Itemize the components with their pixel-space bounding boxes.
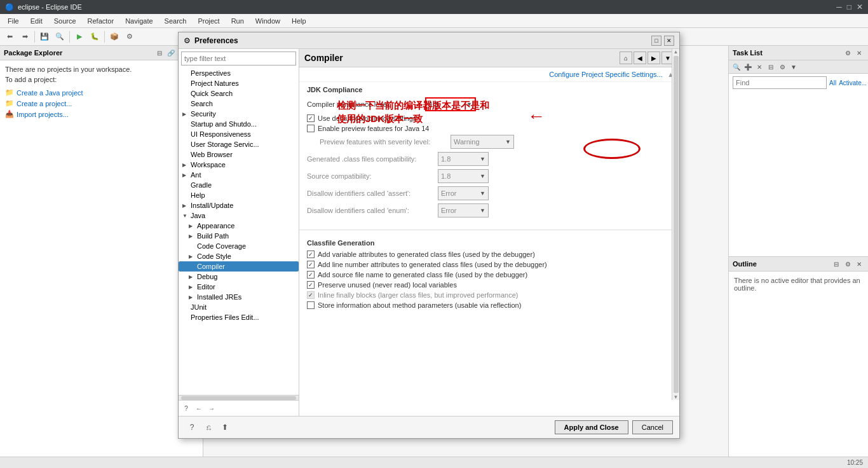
link-with-editor-icon[interactable]: 🔗	[166, 48, 176, 58]
tree-item-startup[interactable]: Startup and Shutdo...	[179, 119, 299, 129]
preview-severity-select[interactable]: Warning ▼	[451, 135, 514, 149]
import-projects-link[interactable]: 📥 Import projects...	[5, 110, 198, 118]
task-activate-btn[interactable]: Activate...	[839, 79, 867, 86]
task-list-close-icon[interactable]: ✕	[854, 48, 864, 58]
tree-filter-input[interactable]	[181, 52, 296, 65]
create-project-link[interactable]: 📁 Create a project...	[5, 99, 198, 107]
tree-scroll-area[interactable]	[179, 395, 299, 400]
task-find-input[interactable]	[733, 76, 827, 89]
maximize-btn[interactable]: □	[847, 3, 851, 11]
tree-scrollbar[interactable]	[181, 396, 296, 400]
tree-item-compiler[interactable]: Compiler	[179, 261, 299, 272]
task-delete-icon[interactable]: ✕	[754, 62, 764, 72]
outline-close-icon[interactable]: ✕	[854, 259, 864, 269]
menu-source[interactable]: Source	[49, 16, 81, 26]
cancel-button[interactable]: Cancel	[632, 420, 673, 434]
tree-nav-icon1[interactable]: ←	[194, 403, 204, 413]
dialog-maximize-btn[interactable]: □	[651, 36, 661, 46]
footer-export-icon[interactable]: ⬆	[218, 420, 232, 434]
minimize-btn[interactable]: ─	[836, 3, 842, 11]
content-nav-back[interactable]: ◀	[634, 52, 646, 64]
tree-item-code-style[interactable]: ▶ Code Style	[179, 251, 299, 261]
generated-class-select[interactable]: 1.8 ▼	[438, 152, 489, 166]
toolbar-debug-btn[interactable]: 🐛	[88, 30, 102, 44]
tree-item-ant[interactable]: ▶ Ant	[179, 170, 299, 180]
content-nav-home[interactable]: ⌂	[620, 52, 632, 64]
dialog-close-btn[interactable]: ✕	[664, 36, 674, 46]
tree-item-web-browser[interactable]: Web Browser	[179, 149, 299, 160]
outline-icon2[interactable]: ⚙	[843, 259, 853, 269]
toolbar-btn-1[interactable]: ⬅	[3, 30, 17, 44]
tree-item-build-path[interactable]: ▶ Build Path	[179, 231, 299, 241]
footer-help-icon[interactable]: ?	[185, 420, 199, 434]
task-menu-icon[interactable]: ▼	[789, 62, 799, 72]
menu-run[interactable]: Run	[226, 16, 249, 26]
apply-close-button[interactable]: Apply and Close	[555, 420, 628, 434]
tree-item-project-natures[interactable]: Project Natures	[179, 78, 299, 88]
menu-refactor[interactable]: Refactor	[83, 16, 119, 26]
disallow-enum-select[interactable]: Error ▼	[438, 203, 489, 217]
disallow-assert-select[interactable]: Error ▼	[438, 186, 489, 200]
toolbar-btn-5[interactable]: 📦	[107, 30, 121, 44]
toolbar-run-btn[interactable]: ▶	[72, 30, 86, 44]
menu-help[interactable]: Help	[287, 16, 311, 26]
create-java-project-link[interactable]: 📁 Create a Java project	[5, 88, 198, 97]
scroll-up-arrow[interactable]: ▲	[674, 49, 679, 55]
tree-nav-icon2[interactable]: →	[207, 403, 217, 413]
task-list-icon1[interactable]: ⚙	[843, 48, 853, 58]
task-settings-icon[interactable]: ⚙	[777, 62, 787, 72]
tree-item-installed-jres[interactable]: ▶ Installed JREs	[179, 292, 299, 302]
checkbox-1[interactable]	[307, 261, 315, 268]
menu-window[interactable]: Window	[250, 16, 285, 26]
tree-item-help[interactable]: Help	[179, 190, 299, 200]
tree-item-install-update[interactable]: ▶ Install/Update	[179, 200, 299, 210]
tree-item-junit[interactable]: JUnit	[179, 302, 299, 312]
menu-navigate[interactable]: Navigate	[120, 16, 158, 26]
tree-item-search[interactable]: Search	[179, 99, 299, 109]
tree-help-icon[interactable]: ?	[181, 403, 191, 413]
tree-item-perspectives[interactable]: Perspectives	[179, 68, 299, 78]
checkbox-0[interactable]	[307, 251, 315, 258]
checkbox-2[interactable]	[307, 271, 315, 279]
tree-item-workspace[interactable]: ▶ Workspace	[179, 160, 299, 170]
enable-preview-checkbox[interactable]	[307, 125, 315, 132]
outline-icon1[interactable]: ⊟	[831, 259, 841, 269]
toolbar-btn-2[interactable]: ➡	[18, 30, 32, 44]
tree-item-gradle[interactable]: Gradle	[179, 180, 299, 190]
source-compat-select[interactable]: 1.8 ▼	[438, 169, 489, 183]
tree-item-quick-search[interactable]: Quick Search	[179, 88, 299, 99]
collapse-all-icon[interactable]: ⊟	[154, 48, 165, 58]
checkbox-3[interactable]	[307, 281, 315, 289]
tree-item-appearance[interactable]: ▶ Appearance	[179, 221, 299, 231]
menu-search[interactable]: Search	[159, 16, 192, 26]
task-all-btn[interactable]: All	[829, 79, 836, 86]
use-default-checkbox[interactable]	[307, 114, 315, 122]
tree-item-properties-files[interactable]: Properties Files Edit...	[179, 312, 299, 322]
content-scrollbar[interactable]: ▲ ▼	[672, 49, 679, 400]
configure-project-link[interactable]: Configure Project Specific Settings...	[549, 71, 663, 78]
tree-item-java[interactable]: ▼ Java	[179, 210, 299, 221]
tree-item-editor[interactable]: ▶ Editor	[179, 282, 299, 292]
menu-file[interactable]: File	[3, 16, 24, 26]
tree-item-ui-resp[interactable]: UI Responsiveness	[179, 129, 299, 139]
task-add-icon[interactable]: ➕	[743, 62, 753, 72]
tree-item-code-coverage[interactable]: Code Coverage	[179, 241, 299, 251]
footer-restore-icon[interactable]: ⎌	[201, 420, 215, 434]
checkbox-5[interactable]	[307, 301, 315, 309]
task-collapse-icon[interactable]: ⊟	[766, 62, 776, 72]
tree-item-debug[interactable]: ▶ Debug	[179, 272, 299, 282]
tree-item-user-storage[interactable]: User Storage Servic...	[179, 139, 299, 149]
toolbar-btn-6[interactable]: ⚙	[123, 30, 137, 44]
menu-edit[interactable]: Edit	[25, 16, 48, 26]
toolbar-btn-3[interactable]: 💾	[37, 30, 51, 44]
task-filter-icon[interactable]: 🔍	[731, 62, 742, 72]
toolbar-btn-4[interactable]: 🔍	[53, 30, 67, 44]
checkbox-4[interactable]	[307, 291, 315, 299]
close-btn[interactable]: ✕	[857, 3, 863, 11]
scroll-thumb[interactable]	[674, 56, 679, 393]
compiler-compliance-select[interactable]: 1.8 ▼	[425, 97, 476, 111]
menu-project[interactable]: Project	[193, 16, 224, 26]
scroll-down-arrow[interactable]: ▼	[674, 394, 679, 400]
content-nav-forward[interactable]: ▶	[648, 52, 660, 64]
tree-item-security[interactable]: ▶ Security	[179, 109, 299, 119]
